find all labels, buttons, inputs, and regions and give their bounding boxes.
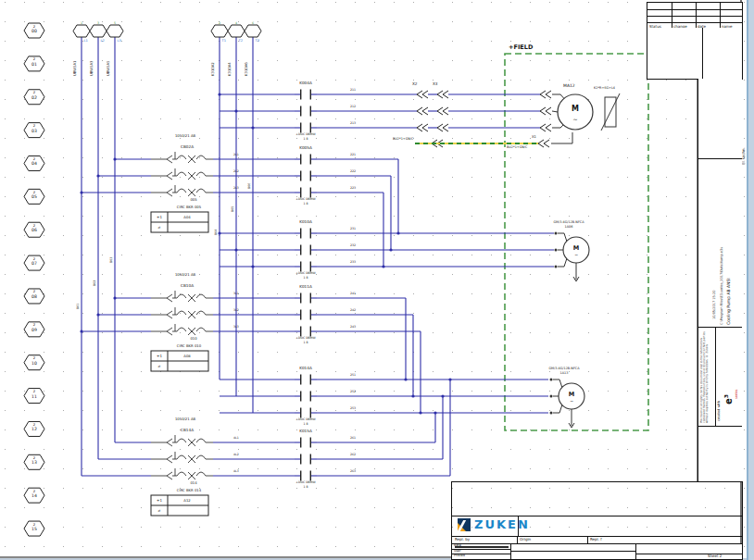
contactor-K005A[interactable]	[300, 155, 311, 198]
feeder-pin: L1	[84, 40, 88, 44]
row-wire-tag: 262	[350, 454, 356, 456]
breaker-unit: 005	[190, 198, 196, 202]
circuit-breaker-CB14A[interactable]	[151, 435, 213, 516]
feeder-pin: L2	[101, 40, 105, 44]
sheet-ref-page: 2	[33, 490, 35, 493]
return-wire-name: K310A4	[228, 46, 232, 76]
contactor-name: K011A	[299, 285, 312, 289]
return-pin-top: 6	[252, 22, 254, 25]
bus-wire-tag: B06	[248, 176, 251, 189]
sheet-ref-page: 2	[33, 523, 35, 527]
row-wire-tag: 253	[350, 407, 356, 410]
application-canvas: +FIELD2002012022032042052062072082092102…	[0, 0, 754, 560]
sheet-ref-page: 2	[33, 323, 35, 327]
contactor-note: +DOC DBMW	[295, 481, 315, 484]
sheet-ref-number: 11	[31, 395, 37, 400]
sheet-ref-number: 06	[31, 229, 37, 233]
sheet-ref-number: 14	[31, 494, 37, 499]
motor-1A06[interactable]	[555, 232, 590, 282]
breaker-aux-a: +1	[157, 216, 162, 219]
contactor-K011A[interactable]	[300, 293, 311, 337]
zuken-logo: ZUKEN	[458, 517, 530, 531]
row-wire-tag: 221	[350, 154, 356, 156]
revision-table: Status change date name	[647, 2, 743, 30]
contactor-name: K014A	[299, 367, 312, 370]
sheet-ref-number: 12	[31, 428, 37, 432]
motor3-letter: M	[569, 392, 574, 398]
bus-wire-tag: B01	[77, 296, 80, 309]
created-with-label: created with	[718, 338, 722, 421]
contactor-K015A[interactable]	[300, 438, 311, 481]
e3-series-logo: e³	[724, 349, 734, 404]
side-info-strip: Cooling Pump AB ANSI C:\Program Files\E3…	[697, 79, 742, 481]
row-wire-tag: 243	[350, 326, 356, 329]
contactor-note2: 1 8	[303, 342, 308, 344]
breaker-out-tag: 3L1	[233, 292, 239, 295]
row-wire-tag: 222	[350, 170, 356, 173]
breaker-out-tag: 2L2	[233, 170, 239, 173]
breaker-aux-a-value: A08	[183, 355, 190, 358]
field-proved: Proved	[454, 554, 465, 558]
sheet-frame	[0, 0, 742, 558]
row-wire-tag: 212	[350, 106, 356, 108]
wire-network[interactable]	[80, 37, 554, 476]
row-wire-tag: 213	[350, 122, 356, 125]
breaker-aux-a: +1	[157, 499, 162, 503]
breaker-name: CB14A	[181, 429, 194, 432]
return-pin: T2	[239, 40, 243, 44]
contactor-K004A[interactable]	[300, 90, 311, 133]
contactor-name: K015A	[299, 429, 312, 433]
breaker-out-tag: 3L2	[233, 309, 239, 312]
sheet-ref-number: 07	[31, 262, 37, 267]
schematic-canvas[interactable]	[0, 0, 747, 558]
circuit-breaker-CB10A[interactable]	[151, 291, 213, 371]
breaker-aux-a-value: A04	[183, 216, 190, 219]
breaker-caption: CIRC BKR 005	[177, 205, 201, 209]
bus-wire-tag: B02	[94, 273, 96, 286]
feeder-wire-name: UBW5A5	[107, 46, 110, 76]
sheet-ref-page: 2	[33, 290, 35, 293]
row-wire-tag: 211	[350, 89, 356, 92]
zuken-logo-text: ZUKEN	[474, 517, 530, 531]
contactor-note2: 1 8	[303, 203, 308, 205]
sheet-ref-number: 01	[31, 63, 37, 68]
motor3-unit: 1A13	[560, 372, 569, 375]
sheet-ref-number: 08	[31, 295, 37, 300]
field-user: user	[454, 550, 461, 554]
return-terminals[interactable]	[211, 25, 261, 37]
feeder-terminals[interactable]	[73, 25, 123, 37]
row-wire-tag: 242	[350, 309, 356, 312]
bus-wire-tag: B05	[232, 199, 234, 212]
protective-earth-wire[interactable]	[415, 132, 572, 143]
contactor-name: K004A	[299, 81, 312, 85]
breaker-unit: 010	[190, 337, 196, 341]
connector-x3-label: X3	[433, 82, 438, 86]
circuit-breaker-CB02A[interactable]	[151, 152, 213, 232]
return-wire-name: K310A6	[245, 46, 248, 76]
contactor-K010A[interactable]	[300, 229, 311, 272]
schematic-sheet[interactable]: +FIELD2002012022032042052062072082092102…	[0, 0, 747, 558]
canvas-edge-strip	[747, 0, 754, 560]
breaker-aux-a: +1	[157, 355, 162, 358]
return-wire-name: K310A2	[211, 46, 215, 76]
sheet-number: Sheet 2	[708, 554, 722, 558]
breaker-unit: 014	[190, 481, 196, 485]
motor-1A13[interactable]	[550, 379, 585, 429]
thermistor-R[interactable]	[601, 93, 620, 131]
contactor-note2: 1 8	[303, 423, 308, 426]
field-repl-by: Repl. by	[455, 538, 470, 541]
contactor-K014A[interactable]	[300, 375, 311, 418]
feeder-pin: L3	[118, 40, 121, 44]
feeder-pin-top: 3	[97, 22, 99, 25]
title-block: ZUKEN Repl. by Origin Repl. f date user …	[451, 481, 743, 560]
bus-wire-tag: B03	[110, 250, 113, 263]
breaker-out-tag: 3L3	[233, 326, 239, 329]
sheet-ref-number: 00	[31, 30, 37, 34]
breaker-caption: CIRC BKR 014	[177, 489, 201, 492]
feeder-wire-name: UBW5A3	[90, 46, 94, 76]
e3-series-logo-sub: series	[735, 353, 739, 399]
motor2-unit: 1A06	[565, 226, 573, 229]
sheet-ref-page: 2	[33, 390, 35, 393]
motor1-wave: ~	[572, 117, 577, 122]
motor2-letter: M	[573, 245, 579, 252]
